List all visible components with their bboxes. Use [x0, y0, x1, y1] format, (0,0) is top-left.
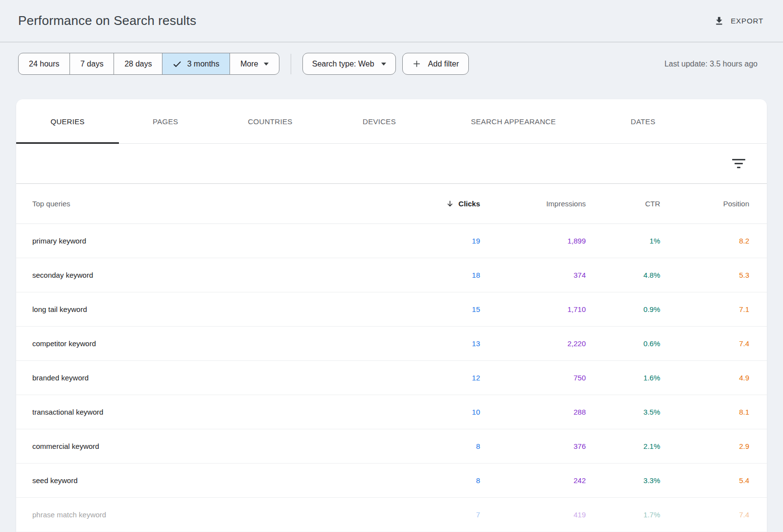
tab-dates[interactable]: DATES — [597, 99, 690, 143]
column-header-impressions[interactable]: Impressions — [480, 200, 586, 208]
add-filter-button[interactable]: Add filter — [402, 53, 469, 75]
export-label: EXPORT — [731, 17, 763, 25]
table-row[interactable]: primary keyword 19 1,899 1% 8.2 — [16, 224, 767, 258]
sort-descending-icon — [446, 200, 454, 208]
column-header-queries[interactable]: Top queries — [32, 200, 382, 208]
clicks-cell: 8 — [382, 442, 480, 450]
date-range-label: 3 months — [187, 60, 219, 68]
clicks-cell: 15 — [382, 305, 480, 313]
tab-queries[interactable]: QUERIES — [16, 99, 119, 143]
column-header-clicks[interactable]: Clicks — [382, 200, 480, 208]
table-row[interactable]: competitor keyword 13 2,220 0.6% 7.4 — [16, 327, 767, 361]
check-icon — [173, 61, 182, 67]
impressions-cell: 376 — [480, 442, 586, 450]
impressions-cell: 242 — [480, 476, 586, 485]
date-range-28-days[interactable]: 28 days — [114, 53, 162, 75]
date-range-24-hours[interactable]: 24 hours — [18, 53, 70, 75]
tab-devices[interactable]: DEVICES — [328, 99, 430, 143]
page-title: Performance on Search results — [18, 13, 196, 28]
tab-label: DATES — [631, 117, 655, 126]
position-cell: 4.9 — [660, 374, 749, 382]
impressions-cell: 288 — [480, 408, 586, 416]
column-header-position[interactable]: Position — [660, 200, 749, 208]
table-header-row: Top queries Clicks Impressions CTR Posit… — [16, 184, 767, 224]
tab-label: SEARCH APPEARANCE — [471, 117, 555, 126]
chevron-down-icon — [264, 63, 269, 66]
clicks-cell: 7 — [382, 510, 480, 519]
position-cell: 8.2 — [660, 237, 749, 245]
tab-pages[interactable]: PAGES — [119, 99, 212, 143]
chevron-down-icon — [381, 63, 386, 66]
table-row[interactable]: phrase match keyword 7 419 1.7% 7.4 — [16, 498, 767, 532]
ctr-cell: 0.6% — [586, 339, 660, 348]
query-cell: competitor keyword — [32, 339, 382, 348]
report-card: QUERIES PAGES COUNTRIES DEVICES SEARCH A… — [16, 99, 767, 532]
search-type-label: Search type: Web — [312, 60, 374, 68]
tab-countries[interactable]: COUNTRIES — [212, 99, 328, 143]
search-type-dropdown[interactable]: Search type: Web — [302, 53, 396, 75]
impressions-cell: 1,710 — [480, 305, 586, 313]
impressions-cell: 1,899 — [480, 237, 586, 245]
table-toolbar — [16, 144, 767, 184]
ctr-cell: 4.8% — [586, 271, 660, 279]
query-cell: primary keyword — [32, 237, 382, 245]
table-row[interactable]: commercial keyword 8 376 2.1% 2.9 — [16, 429, 767, 464]
date-range-group: 24 hours 7 days 28 days 3 months More — [18, 53, 279, 75]
clicks-cell: 10 — [382, 408, 480, 416]
page-header: Performance on Search results EXPORT — [0, 0, 783, 43]
ctr-cell: 1.7% — [586, 510, 660, 519]
ctr-cell: 3.5% — [586, 408, 660, 416]
impressions-cell: 419 — [480, 510, 586, 519]
ctr-cell: 1.6% — [586, 374, 660, 382]
position-cell: 2.9 — [660, 442, 749, 450]
date-range-label: 7 days — [80, 60, 103, 68]
tab-label: PAGES — [153, 117, 178, 126]
date-range-label: 28 days — [124, 60, 152, 68]
position-cell: 7.1 — [660, 305, 749, 313]
query-cell: seed keyword — [32, 476, 382, 485]
table-body: primary keyword 19 1,899 1% 8.2 seconday… — [16, 224, 767, 532]
query-cell: seconday keyword — [32, 271, 382, 279]
impressions-cell: 2,220 — [480, 339, 586, 348]
table-row[interactable]: long tail keyword 15 1,710 0.9% 7.1 — [16, 292, 767, 327]
position-cell: 5.3 — [660, 271, 749, 279]
download-icon — [714, 16, 724, 26]
date-range-more[interactable]: More — [230, 53, 279, 75]
position-cell: 8.1 — [660, 408, 749, 416]
filters-bar: 24 hours 7 days 28 days 3 months More Se… — [0, 53, 783, 75]
clicks-cell: 19 — [382, 237, 480, 245]
report-tabs: QUERIES PAGES COUNTRIES DEVICES SEARCH A… — [16, 99, 767, 144]
tab-label: QUERIES — [50, 117, 85, 126]
tab-label: DEVICES — [363, 117, 396, 126]
plus-icon — [412, 59, 421, 68]
ctr-cell: 1% — [586, 237, 660, 245]
query-cell: branded keyword — [32, 374, 382, 382]
date-range-3-months[interactable]: 3 months — [162, 53, 230, 75]
table-row[interactable]: seconday keyword 18 374 4.8% 5.3 — [16, 258, 767, 292]
clicks-cell: 18 — [382, 271, 480, 279]
query-cell: long tail keyword — [32, 305, 382, 313]
tab-label: COUNTRIES — [248, 117, 292, 126]
table-row[interactable]: seed keyword 8 242 3.3% 5.4 — [16, 464, 767, 498]
filter-rows-icon[interactable] — [729, 156, 748, 171]
column-header-ctr[interactable]: CTR — [586, 200, 660, 208]
query-cell: commercial keyword — [32, 442, 382, 450]
position-cell: 5.4 — [660, 476, 749, 485]
query-cell: phrase match keyword — [32, 510, 382, 519]
query-cell: transactional keyword — [32, 408, 382, 416]
clicks-cell: 13 — [382, 339, 480, 348]
date-range-label: More — [240, 60, 258, 68]
date-range-7-days[interactable]: 7 days — [69, 53, 114, 75]
impressions-cell: 750 — [480, 374, 586, 382]
table-row[interactable]: transactional keyword 10 288 3.5% 8.1 — [16, 395, 767, 429]
divider — [291, 54, 291, 74]
table-row[interactable]: branded keyword 12 750 1.6% 4.9 — [16, 361, 767, 395]
position-cell: 7.4 — [660, 510, 749, 519]
date-range-label: 24 hours — [29, 60, 59, 68]
impressions-cell: 374 — [480, 271, 586, 279]
export-button[interactable]: EXPORT — [714, 16, 763, 26]
last-update-text: Last update: 3.5 hours ago — [665, 60, 758, 68]
ctr-cell: 3.3% — [586, 476, 660, 485]
clicks-cell: 8 — [382, 476, 480, 485]
tab-search-appearance[interactable]: SEARCH APPEARANCE — [430, 99, 597, 143]
